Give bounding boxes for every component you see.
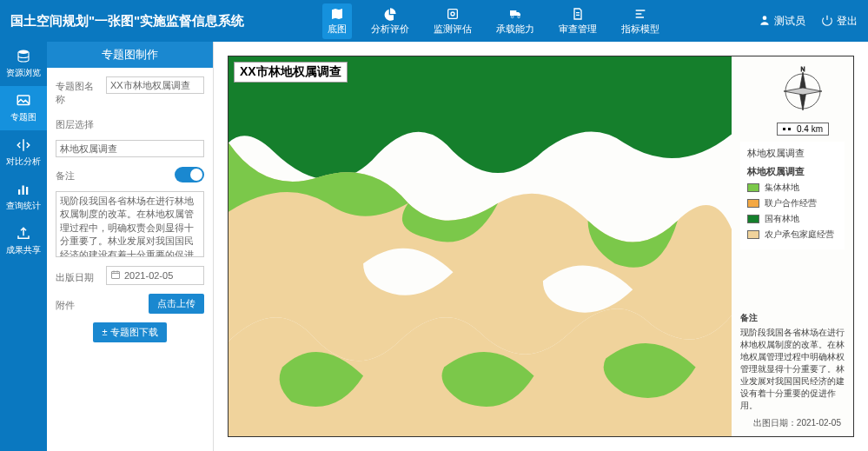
user-name: 测试员 xyxy=(774,14,805,29)
date-label: 出版日期 xyxy=(56,268,101,284)
map-title: XX市林地权属调查 xyxy=(234,62,348,83)
svg-point-5 xyxy=(18,50,29,55)
nav-label: 监测评估 xyxy=(434,23,472,36)
date-value: 2021-02-05 xyxy=(124,270,173,281)
nav-basemap[interactable]: 底图 xyxy=(322,3,352,39)
notes-title: 备注 xyxy=(740,312,845,324)
share-icon xyxy=(15,226,32,242)
monitor-icon xyxy=(445,7,461,21)
attachment-label: 附件 xyxy=(56,295,101,312)
top-nav: 底图 分析评价 监测评估 承载能力 审查管理 指标模型 xyxy=(322,3,665,39)
form-panel: 专题图制作 专题图名称 图层选择 备注 出版日期 xyxy=(47,42,214,451)
map-legend: 林地权属调查 林地权属调查 集体林地联户合作经营国有林地农户承包家庭经营 xyxy=(740,142,845,249)
remark-textarea[interactable] xyxy=(56,191,204,257)
date-input[interactable]: 2021-02-05 xyxy=(106,266,204,285)
layer-input[interactable] xyxy=(56,140,204,157)
document-icon xyxy=(570,7,586,21)
legend-swatch xyxy=(747,183,759,192)
chart-icon xyxy=(15,182,32,197)
svg-text:N: N xyxy=(800,66,805,72)
sidebar-item-share[interactable]: 成果共享 xyxy=(0,219,47,263)
sidebar-item-browse[interactable]: 资源浏览 xyxy=(0,42,47,86)
svg-point-4 xyxy=(763,16,767,20)
legend-swatch xyxy=(747,199,759,208)
nav-label: 底图 xyxy=(328,23,347,36)
user-link[interactable]: 测试员 xyxy=(759,14,805,29)
legend-group: 林地权属调查 xyxy=(747,147,838,160)
notes-text: 现阶段我国各省林场在进行林地权属制度的改革。在林地权属管理过程中明确林权管理就显… xyxy=(740,327,845,412)
sidebar-item-label: 资源浏览 xyxy=(6,67,41,79)
legend-label: 农户承包家庭经营 xyxy=(765,229,834,241)
compare-icon xyxy=(15,137,32,153)
legend-label: 集体林地 xyxy=(765,182,799,194)
svg-point-1 xyxy=(451,12,454,16)
database-icon xyxy=(15,49,32,64)
sidebar-item-label: 成果共享 xyxy=(6,244,41,256)
map-panel: XX市林地权属调查 N 0.4 km 林地权属调查 林地权属调查 集体林地联户合… xyxy=(214,42,868,451)
logout-label: 登出 xyxy=(837,14,858,29)
remark-label: 备注 xyxy=(56,166,101,182)
nav-label: 指标模型 xyxy=(621,23,659,36)
svg-point-3 xyxy=(518,16,520,18)
map-date: 出图日期：2021-02-05 xyxy=(753,417,841,429)
toggle-knob xyxy=(190,169,202,181)
sidebar-item-theme[interactable]: 专题图 xyxy=(0,86,47,130)
compass-icon: N xyxy=(777,65,829,117)
legend-item: 国有林地 xyxy=(747,213,838,225)
scale-value: 0.4 km xyxy=(797,124,823,134)
svg-rect-0 xyxy=(448,9,458,18)
sidebar-item-query[interactable]: 查询统计 xyxy=(0,175,47,219)
legend-item: 集体林地 xyxy=(747,182,838,194)
logout-icon xyxy=(821,14,833,29)
legend-swatch xyxy=(747,215,759,223)
map-notes: 备注 现阶段我国各省林场在进行林地权属制度的改革。在林地权属管理过程中明确林权管… xyxy=(740,312,845,412)
sidebar-item-label: 查询统计 xyxy=(6,200,41,212)
left-sidebar: 资源浏览 专题图 对比分析 查询统计 成果共享 xyxy=(0,42,47,451)
logout-link[interactable]: 登出 xyxy=(821,14,858,29)
nav-label: 承载能力 xyxy=(496,23,534,36)
app-title: 国土空间规划"一张图"实施监督信息系统 xyxy=(10,13,244,30)
legend-label: 国有林地 xyxy=(765,213,799,225)
sidebar-item-label: 对比分析 xyxy=(6,156,41,168)
map-svg xyxy=(229,56,732,436)
calendar-icon xyxy=(110,269,121,282)
nav-analysis[interactable]: 分析评价 xyxy=(366,3,414,39)
user-icon xyxy=(759,14,771,29)
name-label: 专题图名称 xyxy=(56,76,101,106)
legend-label: 联户合作经营 xyxy=(765,197,817,209)
app-header: 国土空间规划"一张图"实施监督信息系统 底图 分析评价 监测评估 承载能力 审查… xyxy=(0,0,868,42)
date-label: 出图日期： xyxy=(753,418,797,428)
pie-chart-icon xyxy=(382,7,398,21)
legend-item: 农户承包家庭经营 xyxy=(747,229,838,241)
name-input[interactable] xyxy=(106,76,204,94)
nav-monitor[interactable]: 监测评估 xyxy=(428,3,477,39)
legend-title: 林地权属调查 xyxy=(747,165,838,178)
map-icon xyxy=(329,7,345,21)
sidebar-item-compare[interactable]: 对比分析 xyxy=(0,130,47,175)
nav-indicators[interactable]: 指标模型 xyxy=(616,3,665,39)
header-right: 测试员 登出 xyxy=(759,14,858,29)
truck-icon xyxy=(507,7,523,21)
legend-item: 联户合作经营 xyxy=(747,197,838,209)
date-value: 2021-02-05 xyxy=(797,418,841,428)
map-container[interactable]: XX市林地权属调查 N 0.4 km 林地权属调查 林地权属调查 集体林地联户合… xyxy=(228,56,854,437)
svg-point-2 xyxy=(512,16,514,18)
nav-review[interactable]: 审查管理 xyxy=(553,3,602,39)
svg-rect-7 xyxy=(112,272,120,279)
scale-bar: 0.4 km xyxy=(777,123,829,136)
legend-swatch xyxy=(747,230,759,239)
layer-label: 图层选择 xyxy=(56,115,101,131)
upload-button[interactable]: 点击上传 xyxy=(149,294,204,314)
remark-toggle[interactable] xyxy=(175,167,204,182)
download-button[interactable]: ± 专题图下载 xyxy=(93,322,166,342)
nav-label: 分析评价 xyxy=(371,23,409,36)
form-panel-title: 专题图制作 xyxy=(47,42,213,68)
sliders-icon xyxy=(633,7,648,21)
image-icon xyxy=(15,93,32,109)
nav-label: 审查管理 xyxy=(559,23,597,36)
sidebar-item-label: 专题图 xyxy=(10,111,36,123)
nav-capacity[interactable]: 承载能力 xyxy=(491,3,540,39)
